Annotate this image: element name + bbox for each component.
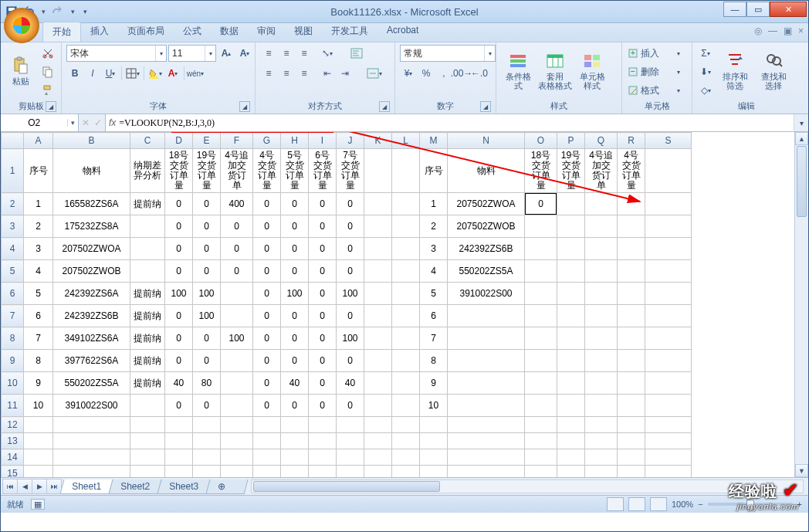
row-header-8[interactable]: 8 (2, 327, 24, 350)
cell[interactable] (281, 449, 309, 466)
cell[interactable]: 0 (309, 395, 337, 417)
cell[interactable]: 165582ZS6A (53, 193, 130, 215)
cell[interactable] (253, 449, 281, 466)
cell[interactable] (585, 449, 618, 466)
cell[interactable]: 5 (24, 283, 53, 305)
header-cell[interactable]: 4号交货订单量 (618, 149, 645, 193)
redo-icon[interactable] (52, 5, 64, 18)
new-sheet-button[interactable]: ⊕ (206, 479, 249, 494)
cell[interactable] (618, 395, 645, 417)
cell[interactable]: 0 (337, 238, 364, 260)
row-header[interactable]: 14 (2, 449, 24, 466)
cell[interactable] (337, 417, 364, 433)
increase-decimal-button[interactable]: .00→ (453, 65, 470, 82)
formula-input[interactable]: fx =VLOOKUP(N2,B:J,3,0) (105, 114, 794, 131)
cell[interactable] (585, 395, 618, 417)
cell[interactable] (392, 350, 420, 372)
cell[interactable]: 0 (165, 215, 193, 238)
ribbon-tab-4[interactable]: 数据 (211, 22, 248, 42)
cell[interactable] (193, 449, 221, 466)
bold-button[interactable]: B (66, 65, 83, 82)
cell[interactable] (645, 433, 692, 449)
cell[interactable]: 8 (420, 350, 448, 372)
undo-dropdown-icon[interactable]: ▾ (39, 5, 47, 18)
cell[interactable] (253, 466, 281, 478)
cell[interactable]: 3910022S00 (53, 395, 130, 417)
cell[interactable] (448, 417, 525, 433)
cell[interactable]: 0 (337, 305, 364, 327)
cell[interactable]: 0 (309, 193, 337, 215)
cell[interactable] (392, 305, 420, 327)
number-dialog-launcher[interactable]: ◢ (480, 101, 491, 112)
cell[interactable] (364, 433, 392, 449)
cell[interactable]: 80 (193, 372, 221, 395)
cell[interactable] (525, 260, 557, 283)
cell[interactable] (618, 433, 645, 449)
col-header-C[interactable]: C (130, 133, 165, 149)
row-header-6[interactable]: 6 (2, 283, 24, 305)
col-header-I[interactable]: I (309, 133, 337, 149)
cell[interactable]: 0 (253, 395, 281, 417)
help-icon[interactable]: ◎ (754, 25, 762, 36)
cell[interactable] (448, 327, 525, 350)
cell[interactable]: 0 (193, 193, 221, 215)
cell[interactable] (448, 350, 525, 372)
cell[interactable]: 1 (24, 193, 53, 215)
cell[interactable] (392, 372, 420, 395)
cell[interactable]: 207502ZWOB (53, 260, 130, 283)
cell[interactable]: 8 (24, 350, 53, 372)
increase-indent-button[interactable]: ⇥ (337, 65, 354, 82)
orientation-button[interactable]: ⤡▾ (319, 45, 336, 62)
cell[interactable] (557, 372, 585, 395)
cell[interactable]: 1 (420, 193, 448, 215)
row-header-3[interactable]: 3 (2, 215, 24, 238)
cell[interactable] (337, 466, 364, 478)
align-center-button[interactable]: ≡ (278, 65, 295, 82)
cell[interactable]: 2 (24, 215, 53, 238)
cell[interactable]: 40 (281, 372, 309, 395)
cut-button[interactable] (39, 45, 56, 62)
font-dialog-launcher[interactable]: ◢ (239, 101, 250, 112)
cell[interactable]: 0 (165, 305, 193, 327)
align-middle-button[interactable]: ≡ (278, 45, 295, 62)
cell[interactable]: 9 (24, 372, 53, 395)
cell[interactable] (557, 193, 585, 215)
cell[interactable] (448, 395, 525, 417)
col-header-Q[interactable]: Q (585, 133, 618, 149)
cell[interactable] (448, 449, 525, 466)
cell[interactable] (557, 449, 585, 466)
header-cell[interactable]: 物料 (53, 149, 130, 193)
cell[interactable] (392, 327, 420, 350)
currency-button[interactable]: ¥▾ (400, 65, 417, 82)
cell[interactable]: 0 (253, 215, 281, 238)
cell[interactable]: 0 (309, 305, 337, 327)
row-header[interactable]: 15 (2, 466, 24, 478)
cell[interactable] (448, 372, 525, 395)
fill-color-button[interactable]: ▾ (147, 65, 164, 82)
cell[interactable] (392, 466, 420, 478)
cell[interactable] (557, 238, 585, 260)
zoom-in-button[interactable]: + (797, 500, 802, 509)
merge-button[interactable]: ▾ (360, 65, 389, 82)
row-header[interactable]: 12 (2, 417, 24, 433)
cell[interactable]: 0 (193, 215, 221, 238)
cell[interactable] (525, 372, 557, 395)
cell[interactable]: 3 (24, 238, 53, 260)
sort-filter-button[interactable]: 排序和 筛选 (717, 45, 753, 97)
cell[interactable] (24, 417, 53, 433)
border-button[interactable]: ▾ (124, 65, 141, 82)
col-header-J[interactable]: J (337, 133, 364, 149)
cell[interactable]: 4 (24, 260, 53, 283)
cell[interactable] (165, 449, 193, 466)
cell[interactable] (392, 449, 420, 466)
row-header-10[interactable]: 10 (2, 372, 24, 395)
cell[interactable]: 0 (253, 260, 281, 283)
ribbon-tab-3[interactable]: 公式 (174, 22, 211, 42)
cell[interactable]: 提前纳 (130, 283, 165, 305)
cell[interactable]: 0 (281, 238, 309, 260)
cell[interactable]: 0 (309, 215, 337, 238)
header-cell[interactable]: 19号交货订单量 (557, 149, 585, 193)
header-cell[interactable]: 4号追加交货订单 (585, 149, 618, 193)
cell[interactable] (618, 372, 645, 395)
cell[interactable] (618, 466, 645, 478)
